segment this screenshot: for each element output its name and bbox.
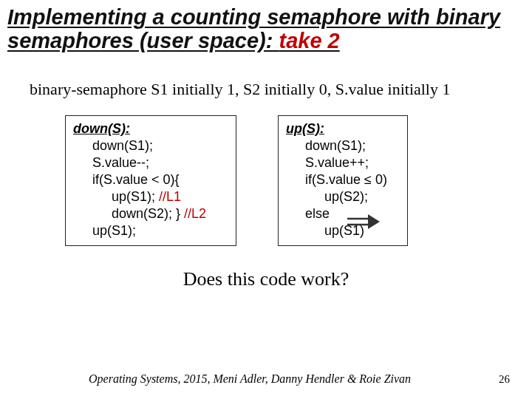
down-code-box: down(S): down(S1); S.value--; if(S.value… xyxy=(65,115,236,246)
init-line: binary-semaphore S1 initially 1, S2 init… xyxy=(30,80,525,99)
up-l1: down(S1); xyxy=(286,137,400,154)
footer: Operating Systems, 2015, Meni Adler, Dan… xyxy=(0,372,532,386)
up-l5: else xyxy=(286,205,400,222)
down-l4a: up(S1); xyxy=(112,189,159,204)
down-l6: up(S1); xyxy=(73,222,228,239)
up-l2: S.value++; xyxy=(286,154,400,171)
down-l4-comment: //L1 xyxy=(159,189,181,204)
down-l2: S.value--; xyxy=(73,154,228,171)
down-l5-comment: //L2 xyxy=(184,206,206,221)
title-take2: take 2 xyxy=(279,29,339,52)
down-l1: down(S1); xyxy=(73,137,228,154)
slide-title: Implementing a counting semaphore with b… xyxy=(7,6,525,53)
up-l3: if(S.value ≤ 0) xyxy=(286,171,400,188)
up-l6: up(S1) xyxy=(286,222,400,239)
code-boxes: down(S): down(S1); S.value--; if(S.value… xyxy=(65,115,525,246)
down-l3: if(S.value < 0){ xyxy=(73,171,228,188)
down-l5a: down(S2); } xyxy=(112,206,184,221)
up-l4: up(S2); xyxy=(286,188,400,205)
question-text: Does this code work? xyxy=(7,268,525,290)
up-header: up(S): xyxy=(286,120,400,137)
title-text: Implementing a counting semaphore with b… xyxy=(7,5,500,52)
arrow-icon xyxy=(346,214,380,232)
down-header: down(S): xyxy=(73,120,228,137)
down-l5: down(S2); } //L2 xyxy=(73,205,228,222)
up-code-box: up(S): down(S1); S.value++; if(S.value ≤… xyxy=(278,115,408,246)
page-number: 26 xyxy=(499,373,510,386)
credits: Operating Systems, 2015, Meni Adler, Dan… xyxy=(89,372,411,386)
svg-marker-2 xyxy=(368,214,380,229)
down-l4: up(S1); //L1 xyxy=(73,188,228,205)
